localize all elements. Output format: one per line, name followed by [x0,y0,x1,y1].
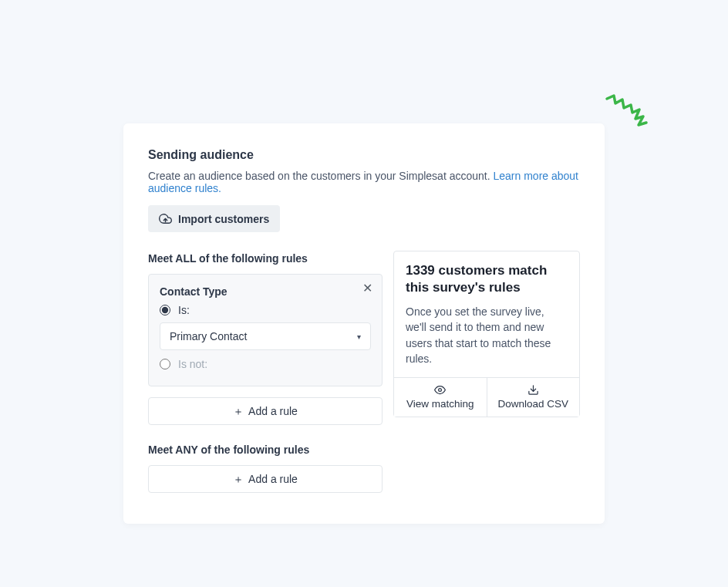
any-rules-label: Meet ANY of the following rules [148,444,383,456]
add-rule-all-label: Add a rule [248,405,298,417]
download-csv-label: Download CSV [497,398,568,410]
radio-is[interactable] [160,305,170,315]
close-rule-button[interactable]: ✕ [362,282,372,295]
match-summary-card: 1339 customers match this survey's rules… [393,251,580,417]
caret-down-icon: ▾ [357,332,361,341]
view-matching-label: View matching [406,398,474,410]
add-rule-any-label: Add a rule [248,473,298,485]
radio-is-not-row[interactable]: Is not: [160,358,371,370]
close-icon: ✕ [362,282,372,295]
audience-card: Sending audience Create an audience base… [123,123,605,524]
download-icon [527,384,539,396]
plus-icon: ＋ [233,406,244,417]
radio-is-row[interactable]: Is: [160,304,371,316]
decorative-squiggle [605,91,651,137]
description-text: Create an audience based on the customer… [148,170,493,182]
rule-title: Contact Type [160,285,371,298]
radio-is-label: Is: [178,304,190,316]
radio-is-not-label: Is not: [178,358,207,370]
match-count-title: 1339 customers match this survey's rules [406,262,568,296]
select-value: Primary Contact [170,330,247,342]
add-rule-all-button[interactable]: ＋ Add a rule [148,397,383,425]
radio-is-not[interactable] [160,359,170,369]
import-button-label: Import customers [178,213,269,225]
add-rule-any-button[interactable]: ＋ Add a rule [148,465,383,493]
contact-type-select[interactable]: Primary Contact ▾ [160,322,371,350]
eye-icon [434,384,446,396]
download-csv-button[interactable]: Download CSV [487,378,580,417]
view-matching-button[interactable]: View matching [394,378,487,417]
svg-point-0 [439,389,442,392]
all-rules-label: Meet ALL of the following rules [148,252,383,265]
match-description: Once you set the survey live, we'll send… [406,304,568,366]
section-title: Sending audience [148,148,580,162]
section-description: Create an audience based on the customer… [148,170,580,194]
import-customers-button[interactable]: Import customers [148,205,280,232]
cloud-upload-icon [159,212,172,225]
plus-icon: ＋ [233,474,244,484]
rule-card-contact-type: ✕ Contact Type Is: Primary Contact ▾ Is … [148,274,383,386]
